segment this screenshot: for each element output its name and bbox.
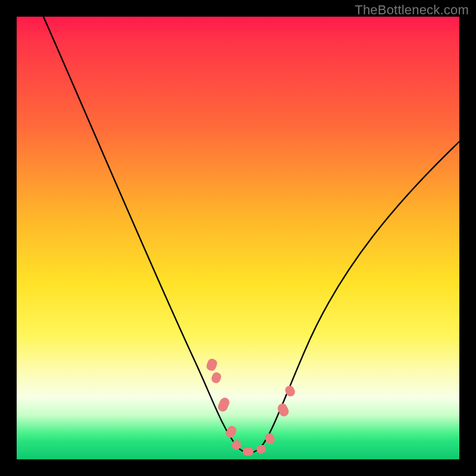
marker-dot <box>255 444 267 455</box>
curve-markers <box>205 358 296 456</box>
curve-path <box>43 17 459 453</box>
plot-area <box>17 17 459 459</box>
marker-dot <box>217 396 231 413</box>
marker-dot <box>205 358 218 372</box>
watermark-text: TheBottleneck.com <box>355 2 469 18</box>
marker-dot <box>210 371 223 384</box>
marker-dot <box>243 447 253 456</box>
chart-frame: TheBottleneck.com <box>0 0 476 476</box>
marker-dot <box>264 432 276 446</box>
bottleneck-curve <box>17 17 459 459</box>
marker-dot <box>224 424 238 439</box>
